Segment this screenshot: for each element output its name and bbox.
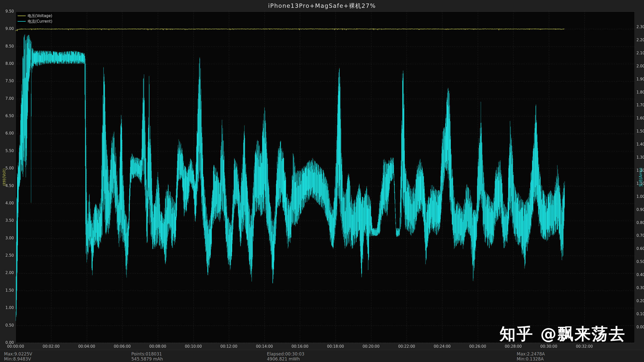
mah-stat: 545.5879 mAh	[131, 356, 163, 361]
voltage-stats: Max:9.0225V Min:8.9483V	[4, 351, 32, 361]
voltage-max-stat: Max:9.0225V	[4, 351, 32, 356]
watermark: 知乎 @飘来荡去	[500, 323, 626, 345]
legend-item-voltage: 电压(Voltage)	[18, 13, 52, 19]
legend-label-current: 电流(Current)	[28, 19, 52, 24]
chart-legend: 电压(Voltage) 电流(Current)	[17, 13, 53, 25]
points-stat: Points:018031	[131, 351, 163, 356]
legend-label-voltage: 电压(Voltage)	[28, 14, 52, 18]
mwh-stat: 4906.821 mWh	[267, 356, 304, 361]
current-stats: Max:2.2478A Min:0.1328A	[517, 351, 545, 361]
legend-item-current: 电流(Current)	[18, 19, 52, 24]
current-max-stat: Max:2.2478A	[517, 351, 545, 356]
voltage-line-swatch	[18, 16, 26, 16]
current-line-swatch	[18, 21, 26, 22]
session-stats: Elapsed:00:30:03 4906.821 mWh	[267, 351, 304, 361]
status-bar: Max:9.0225V Min:8.9483V Points:018031 54…	[0, 350, 644, 362]
chart-title: iPhone13Pro+MagSafe+裸机27%	[0, 2, 644, 10]
sample-stats: Points:018031 545.5879 mAh	[131, 351, 163, 361]
chart-canvas	[0, 0, 644, 350]
current-min-stat: Min:0.1328A	[517, 356, 545, 361]
voltage-min-stat: Min:8.9483V	[4, 356, 32, 361]
power-meter-app: { "watermark": { "text": "知乎 @飘来荡去" }, "…	[0, 0, 644, 362]
elapsed-stat: Elapsed:00:30:03	[267, 351, 304, 356]
